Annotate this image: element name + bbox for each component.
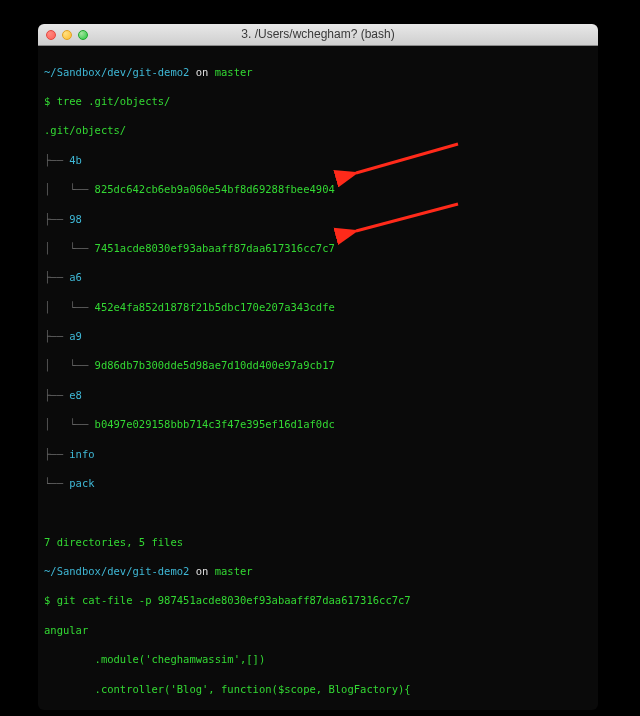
tree-dir-label: 4b [69, 154, 82, 166]
tree-dir-a9: ├── a9 [44, 329, 592, 344]
tree-file-a6: │ └── 452e4fa852d1878f21b5dbc170e207a343… [44, 300, 592, 315]
tree-file-e8: │ └── b0497e029158bbb714c3f47e395ef16d1a… [44, 417, 592, 432]
tree-info-label: info [69, 448, 94, 460]
prompt-path-text: ~/Sandbox/dev/git-demo2 [44, 66, 189, 78]
tree-dir-label: a6 [69, 271, 82, 283]
terminal-content[interactable]: ~/Sandbox/dev/git-demo2 on master $ tree… [38, 46, 598, 710]
terminal-window: 3. /Users/wchegham? (bash) ~/Sandbox/dev… [38, 24, 598, 710]
tree-file-label: 9d86db7b300dde5d98ae7d10dd400e97a9cb17 [95, 359, 335, 371]
tree-summary: 7 directories, 5 files [44, 535, 592, 550]
tree-dir-label: a9 [69, 330, 82, 342]
blank-line [44, 505, 592, 520]
tree-file-label: 452e4fa852d1878f21b5dbc170e207a343cdfe [95, 301, 335, 313]
cmd-1-text: tree .git/objects/ [57, 95, 171, 107]
cmd-line-2: $ git cat-file -p 987451acde8030ef93abaa… [44, 593, 592, 608]
cmd-2-text: git cat-file -p 987451acde8030ef93abaaff… [57, 594, 411, 606]
file1-l1: .module('cheghamwassim',[]) [44, 652, 592, 667]
tree-root: .git/objects/ [44, 123, 592, 138]
tree-dir-label: e8 [69, 389, 82, 401]
tree-file-a9: │ └── 9d86db7b300dde5d98ae7d10dd400e97a9… [44, 358, 592, 373]
prompt-dollar: $ [44, 95, 50, 107]
file1-l2: .controller('Blog', function($scope, Blo… [44, 682, 592, 697]
file1-l0: angular [44, 623, 592, 638]
tree-file-98: │ └── 7451acde8030ef93abaaff87daa617316c… [44, 241, 592, 256]
tree-dir-a6: ├── a6 [44, 270, 592, 285]
prompt-on-text: on [189, 66, 214, 78]
titlebar[interactable]: 3. /Users/wchegham? (bash) [38, 24, 598, 46]
cmd-line-1: $ tree .git/objects/ [44, 94, 592, 109]
prompt-2: ~/Sandbox/dev/git-demo2 on master [44, 564, 592, 579]
tree-dir-e8: ├── e8 [44, 388, 592, 403]
tree-file-label: 825dc642cb6eb9a060e54bf8d69288fbee4904 [95, 183, 335, 195]
tree-dir-label: 98 [69, 213, 82, 225]
tree-dir-4b: ├── 4b [44, 153, 592, 168]
tree-dir-info: ├── info [44, 447, 592, 462]
tree-file-label: b0497e029158bbb714c3f47e395ef16d1af0dc [95, 418, 335, 430]
tree-dir-pack: └── pack [44, 476, 592, 491]
prompt-1: ~/Sandbox/dev/git-demo2 on master [44, 65, 592, 80]
tree-dir-98: ├── 98 [44, 212, 592, 227]
tree-file-4b: │ └── 825dc642cb6eb9a060e54bf8d69288fbee… [44, 182, 592, 197]
window-title: 3. /Users/wchegham? (bash) [38, 26, 598, 43]
prompt-branch-text: master [215, 66, 253, 78]
tree-pack-label: pack [69, 477, 94, 489]
tree-file-label: 7451acde8030ef93abaaff87daa617316cc7c7 [95, 242, 335, 254]
